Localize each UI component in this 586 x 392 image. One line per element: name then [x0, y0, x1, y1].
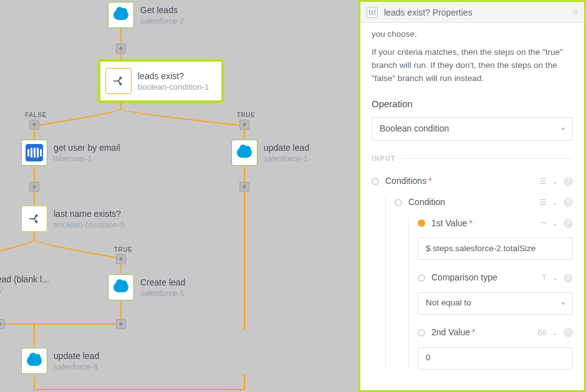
node-sub: salesforce-5	[140, 289, 185, 298]
node-title: Create lead	[140, 277, 185, 287]
node-sub: boolean-condition-5	[54, 220, 125, 229]
panel-body: you choose. If your criteria matches, th…	[360, 23, 584, 390]
help-icon[interactable]: ?	[564, 328, 573, 337]
connector-lines	[0, 0, 358, 392]
required-star: *	[472, 326, 475, 340]
workflow-canvas[interactable]: Get leads salesforce-2 leads exist? bool…	[0, 0, 358, 392]
node-labels: update lead salesforce-1	[264, 143, 309, 163]
list-icon[interactable]: ☰	[539, 196, 547, 209]
node-sub: intercom-1	[54, 154, 120, 163]
branch-label-true: TRUE	[237, 112, 255, 118]
row-condition[interactable]: Condition ☰ ⌄ ?	[395, 196, 573, 209]
node-sub: salesforce-1	[264, 154, 309, 163]
node-labels: Create lead salesforce-5	[140, 277, 185, 298]
panel-title: leads exist? Properties	[384, 7, 473, 17]
node-sub: salesforce-8	[54, 362, 99, 371]
node-title: get user by email	[54, 143, 120, 153]
add-step-button[interactable]: +	[116, 319, 126, 329]
chevron-down-icon[interactable]: ⌄	[552, 327, 559, 339]
type-icon[interactable]: T	[542, 272, 547, 284]
row-label: Conditions	[385, 174, 426, 188]
first-value-input[interactable]: $.steps.salesforce-2.totalSize	[418, 237, 573, 260]
salesforce-icon	[108, 274, 134, 300]
salesforce-icon	[108, 2, 134, 28]
add-step-button[interactable]: +	[116, 254, 126, 264]
salesforce-icon	[231, 140, 257, 166]
add-step-button[interactable]: +	[29, 120, 39, 130]
help-icon[interactable]: ?	[564, 274, 573, 283]
node-labels: leads exist? boolean-condition-1	[138, 71, 209, 92]
chevron-down-icon: ▾	[562, 299, 565, 308]
bullet-icon	[395, 199, 402, 206]
node-sub: ce-7	[0, 285, 49, 295]
node-update-lead-bottom[interactable]: update lead salesforce-8	[21, 348, 99, 374]
row-first-value: 1st Value* ⤳ ⌄ ?	[418, 217, 573, 231]
required-star: *	[428, 174, 431, 188]
operation-value: Boolean condition	[380, 122, 449, 136]
node-title: e lead (blank l...	[0, 274, 49, 284]
node-last-name-exists[interactable]: last name exists? boolean-condition-5	[21, 206, 125, 232]
chevron-down-icon: ▾	[562, 124, 565, 134]
add-step-button[interactable]: +	[0, 319, 5, 329]
help-icon[interactable]: ?	[564, 219, 573, 228]
node-labels: get user by email intercom-1	[54, 143, 120, 163]
node-labels: last name exists? boolean-condition-5	[54, 209, 125, 229]
add-step-button[interactable]: +	[239, 182, 249, 192]
branch-label-true: TRUE	[114, 246, 132, 253]
count-badge: 66	[538, 327, 547, 339]
node-title: update lead	[264, 143, 309, 153]
bullet-icon	[372, 178, 379, 185]
node-update-lead-right[interactable]: update lead salesforce-1	[231, 140, 309, 166]
node-leads-exist[interactable]: leads exist? boolean-condition-1	[105, 68, 209, 94]
add-step-button[interactable]: +	[116, 44, 126, 54]
row-label: Condition	[408, 196, 445, 209]
help-icon[interactable]: ?	[564, 198, 573, 207]
help-icon[interactable]: ?	[564, 177, 573, 186]
bullet-icon	[418, 219, 425, 227]
row-second-value: 2nd Value* 66 ⌄ ?	[418, 326, 573, 340]
chevron-down-icon[interactable]: ⌄	[552, 217, 559, 229]
required-star: *	[469, 217, 472, 231]
node-get-user[interactable]: get user by email intercom-1	[21, 140, 120, 166]
panel-menu-icon[interactable]: ≡	[572, 7, 578, 18]
list-icon[interactable]: ☰	[539, 175, 547, 188]
panel-header: leads exist? Properties ≡	[360, 2, 584, 23]
chevron-down-icon[interactable]: ⌄	[552, 272, 559, 284]
row-label: Comparison type	[431, 271, 497, 285]
chevron-down-icon[interactable]: ⌄	[552, 175, 559, 188]
second-value-text: 0	[426, 351, 431, 365]
chevron-down-icon[interactable]: ⌄	[552, 196, 559, 209]
input-label: INPUT	[372, 153, 396, 163]
node-title: last name exists?	[54, 209, 125, 219]
row-label: 2nd Value	[431, 326, 470, 340]
settings-icon	[367, 7, 378, 18]
branch-label-false: FALSE	[25, 112, 47, 118]
node-sub: boolean-condition-1	[138, 82, 209, 92]
row-label: 1st Value	[431, 217, 467, 231]
comparison-value: Not equal to	[426, 297, 471, 310]
panel-desc: If your criteria matches, then the steps…	[372, 46, 573, 85]
properties-panel: leads exist? Properties ≡ you choose. If…	[358, 0, 586, 392]
add-step-button[interactable]: +	[239, 120, 249, 130]
node-labels: update lead salesforce-8	[54, 351, 99, 371]
path-icon[interactable]: ⤳	[540, 217, 547, 229]
row-conditions[interactable]: Conditions* ☰ ⌄ ?	[372, 174, 573, 188]
node-sub: salesforce-2	[140, 16, 185, 26]
operation-select[interactable]: Boolean condition ▾	[372, 117, 573, 141]
node-labels: e lead (blank l... ce-7	[0, 274, 49, 295]
node-title: leads exist?	[138, 71, 209, 81]
node-labels: Get leads salesforce-2	[140, 5, 185, 26]
salesforce-icon	[21, 348, 47, 374]
panel-desc-line: you choose.	[372, 28, 573, 41]
operation-label: Operation	[372, 97, 573, 111]
second-value-input[interactable]: 0	[418, 347, 573, 370]
node-get-leads[interactable]: Get leads salesforce-2	[108, 2, 185, 28]
input-divider: INPUT	[372, 153, 573, 163]
node-create-lead-left[interactable]: e lead (blank l... ce-7	[0, 274, 49, 295]
first-value-text: $.steps.salesforce-2.totalSize	[426, 242, 536, 256]
add-step-button[interactable]: +	[29, 182, 39, 192]
node-create-lead-right[interactable]: Create lead salesforce-5	[108, 274, 185, 300]
comparison-select[interactable]: Not equal to ▾	[418, 292, 573, 315]
node-title: Get leads	[140, 5, 185, 15]
intercom-icon	[21, 140, 47, 166]
